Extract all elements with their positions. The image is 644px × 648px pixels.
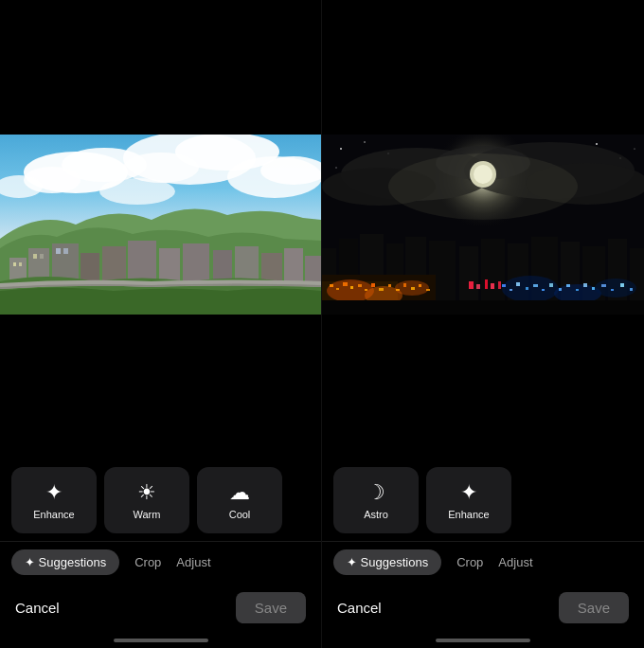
right-enhance-label: Enhance (448, 509, 489, 520)
svg-rect-75 (396, 289, 400, 291)
svg-rect-29 (63, 248, 68, 254)
svg-rect-66 (330, 284, 333, 287)
left-cancel-button[interactable]: Cancel (15, 600, 60, 616)
cool-icon: ☁ (229, 480, 250, 505)
right-home-indicator (436, 639, 530, 642)
right-cancel-button[interactable]: Cancel (337, 600, 382, 616)
svg-rect-101 (485, 279, 488, 289)
warm-label: Warm (134, 509, 161, 520)
svg-point-10 (99, 178, 175, 205)
right-crop-tab[interactable]: Crop (456, 555, 483, 569)
svg-rect-92 (576, 289, 579, 291)
svg-rect-97 (620, 283, 624, 287)
svg-rect-85 (516, 282, 520, 286)
enhance-label: Enhance (33, 509, 74, 520)
svg-rect-67 (336, 288, 339, 290)
svg-point-37 (634, 148, 635, 149)
enhance-button[interactable]: ✦ Enhance (11, 467, 97, 533)
left-adjust-tab[interactable]: Adjust (176, 555, 210, 569)
svg-rect-72 (371, 283, 375, 287)
svg-rect-83 (502, 284, 506, 287)
left-photo-area (0, 0, 321, 452)
svg-rect-90 (559, 288, 562, 291)
svg-rect-77 (411, 287, 415, 290)
right-adjust-tab[interactable]: Adjust (498, 555, 532, 569)
svg-point-32 (364, 141, 366, 143)
left-panel: ✦ Enhance ☀ Warm ☁ Cool ✦ Suggestions Cr… (0, 0, 322, 648)
astro-icon: ☽ (367, 480, 385, 505)
svg-rect-87 (533, 284, 538, 287)
right-panel: ☽ Astro ✦ Enhance ✦ Suggestions Crop Adj… (322, 0, 644, 648)
svg-rect-78 (419, 284, 421, 287)
right-tab-bar: ✦ Suggestions Crop Adjust (322, 541, 644, 583)
svg-rect-79 (426, 289, 430, 291)
right-enhance-button[interactable]: ✦ Enhance (426, 467, 511, 533)
right-suggestions-label: ✦ Suggestions (347, 555, 428, 569)
svg-rect-76 (403, 283, 406, 287)
svg-point-35 (596, 143, 598, 145)
svg-rect-84 (510, 289, 512, 291)
svg-point-46 (388, 153, 578, 220)
svg-rect-93 (583, 283, 587, 287)
warm-icon: ☀ (137, 480, 156, 505)
svg-rect-68 (343, 282, 348, 286)
svg-rect-103 (498, 281, 501, 289)
right-toolbar: ☽ Astro ✦ Enhance ✦ Suggestions Crop Adj… (322, 452, 644, 648)
left-crop-tab[interactable]: Crop (134, 555, 161, 569)
svg-rect-94 (592, 287, 595, 290)
cool-label: Cool (229, 509, 251, 520)
svg-rect-25 (19, 262, 22, 266)
night-cityscape (322, 135, 644, 315)
svg-rect-74 (388, 284, 391, 287)
svg-rect-99 (469, 281, 474, 289)
enhance-icon: ✦ (45, 480, 63, 505)
left-home-indicator (114, 639, 208, 642)
svg-rect-100 (476, 284, 480, 289)
svg-rect-95 (601, 284, 606, 287)
svg-rect-86 (526, 287, 528, 290)
right-suggestions-tab[interactable]: ✦ Suggestions (333, 549, 441, 575)
left-suggestions-tab[interactable]: ✦ Suggestions (11, 549, 119, 575)
left-photo (0, 135, 321, 318)
svg-rect-27 (40, 254, 44, 259)
svg-rect-104 (322, 300, 644, 315)
svg-rect-73 (379, 288, 384, 291)
right-enhance-icon: ✦ (460, 480, 477, 505)
right-filter-row: ☽ Astro ✦ Enhance (322, 459, 644, 541)
svg-rect-69 (350, 286, 353, 289)
svg-rect-71 (365, 289, 367, 291)
left-toolbar: ✦ Enhance ☀ Warm ☁ Cool ✦ Suggestions Cr… (0, 452, 321, 648)
svg-rect-28 (56, 248, 61, 254)
right-save-button[interactable]: Save (559, 592, 629, 623)
svg-point-31 (340, 148, 342, 150)
svg-rect-26 (33, 254, 37, 259)
svg-point-34 (335, 167, 336, 168)
svg-rect-102 (491, 283, 494, 289)
left-suggestions-label: ✦ Suggestions (25, 555, 106, 569)
svg-rect-96 (611, 289, 614, 291)
right-photo (322, 135, 644, 318)
svg-rect-24 (13, 262, 16, 266)
left-filter-row: ✦ Enhance ☀ Warm ☁ Cool (0, 459, 321, 541)
astro-button[interactable]: ☽ Astro (333, 467, 419, 533)
svg-rect-98 (630, 288, 633, 291)
astro-label: Astro (364, 509, 388, 520)
left-save-button[interactable]: Save (236, 592, 306, 623)
svg-rect-91 (566, 284, 570, 287)
warm-button[interactable]: ☀ Warm (104, 467, 189, 533)
day-cityscape (0, 135, 321, 315)
svg-rect-70 (358, 284, 362, 287)
left-bottom-bar: Cancel Save (0, 583, 321, 639)
left-tab-bar: ✦ Suggestions Crop Adjust (0, 541, 321, 583)
svg-rect-88 (542, 289, 545, 291)
right-photo-area (322, 0, 644, 452)
cool-button[interactable]: ☁ Cool (197, 467, 282, 533)
right-bottom-bar: Cancel Save (322, 583, 644, 639)
svg-rect-89 (549, 283, 553, 287)
